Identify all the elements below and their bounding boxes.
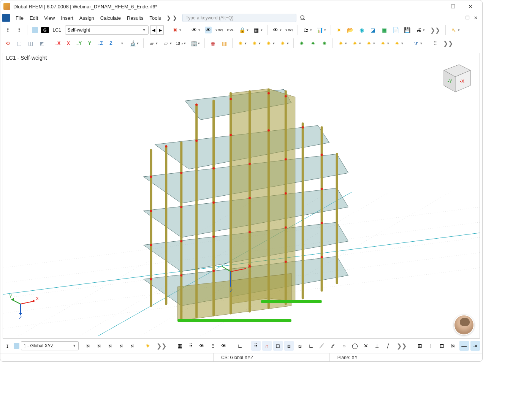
prev-loadcase-button[interactable]: ◀ <box>150 25 157 35</box>
menu-results[interactable]: Results <box>124 14 146 22</box>
guide-4[interactable]: ⎘ <box>448 341 458 351</box>
tool-cloud-1[interactable]: ◉ <box>357 25 367 35</box>
menu-calculate[interactable]: Calculate <box>97 14 124 22</box>
close-button[interactable]: ✕ <box>462 1 479 12</box>
tool-box-3[interactable]: ◩ <box>37 38 47 48</box>
load-star-1[interactable]: ✷▾ <box>236 38 248 48</box>
tool-lock[interactable]: 🔒▾ <box>238 25 250 35</box>
osnap-end[interactable]: □ <box>273 341 283 351</box>
guide-3[interactable]: ⊡ <box>437 341 447 351</box>
tool-microscope[interactable]: 🔬▾ <box>128 38 140 48</box>
load-star-3[interactable]: ✷▾ <box>264 38 276 48</box>
mdi-restore-button[interactable]: ❐ <box>464 15 471 21</box>
osnap-magnet[interactable]: ∩ <box>262 341 272 351</box>
osnap-8[interactable]: ⟂ <box>372 341 382 351</box>
tool-building[interactable]: 🏢▾ <box>189 38 201 48</box>
osnap-6[interactable]: ◯ <box>350 341 360 351</box>
tool-print[interactable]: 🖨▾ <box>414 25 426 35</box>
bt-2[interactable]: ⎘ <box>94 341 104 351</box>
tool-support-2[interactable]: ⟟ <box>14 25 24 35</box>
load-gen-2[interactable]: ✷▾ <box>350 38 363 48</box>
tool-filter[interactable]: ⧩▾ <box>411 38 424 48</box>
load-gen-4[interactable]: ✷▾ <box>378 38 391 48</box>
workplane-combo[interactable]: 1 - Global XYZ ▼ <box>21 341 79 350</box>
osnap-7[interactable]: ✕ <box>361 341 371 351</box>
snap-angle[interactable]: ∟ <box>235 341 245 351</box>
snap-1[interactable]: ▦ <box>175 341 185 351</box>
osnap-5[interactable]: ○ <box>339 341 349 351</box>
osnap-3[interactable]: ／ <box>317 341 327 351</box>
minimize-button[interactable]: — <box>427 1 444 12</box>
tool-block[interactable]: ▣ <box>380 25 390 35</box>
menu-file[interactable]: File <box>13 14 27 22</box>
loadcase-combo[interactable]: Self-weight ▼ <box>65 25 149 35</box>
search-icon[interactable] <box>299 14 307 22</box>
tool-scale[interactable]: 10↔▾ <box>175 38 187 48</box>
guide-6[interactable]: ⇥ <box>470 341 480 351</box>
axis-x-pos[interactable]: X <box>64 38 73 48</box>
tool-refresh[interactable]: ⟲ <box>3 38 13 48</box>
mdi-minimize-button[interactable]: – <box>456 15 462 21</box>
load-gen-5[interactable]: ✷▾ <box>392 38 405 48</box>
tool-new[interactable]: ✷ <box>334 25 344 35</box>
tool-script[interactable]: 📄 <box>391 25 401 35</box>
axis-y-pos[interactable]: Y <box>85 38 94 48</box>
tool-xxx-2[interactable]: x.xx↓ <box>226 25 236 35</box>
load-tree-3[interactable]: ✷ <box>320 38 329 48</box>
workplane-button[interactable]: ⟟ <box>3 341 12 351</box>
tool-bars[interactable]: ▥ <box>219 38 229 48</box>
snap-5[interactable]: 👁 <box>219 341 229 351</box>
axis-z-pos[interactable]: Z <box>106 38 116 48</box>
osnap-mid[interactable]: ⧈ <box>284 341 294 351</box>
menu-more[interactable]: ❯ ❯ <box>164 15 179 21</box>
tool-box-1[interactable]: ▢ <box>14 38 24 48</box>
snap-4[interactable]: ⟟ <box>208 341 218 351</box>
tool-cloud-2[interactable]: ◪ <box>368 25 378 35</box>
load-gen-3[interactable]: ✷▾ <box>364 38 377 48</box>
guide-2[interactable]: ⁞ <box>426 341 436 351</box>
load-star-4[interactable]: ✷▾ <box>278 38 290 48</box>
guide-5[interactable]: — <box>459 341 469 351</box>
osnap-9[interactable]: ⧸ <box>383 341 393 351</box>
bt-1[interactable]: ⎘ <box>83 341 93 351</box>
menu-insert[interactable]: Insert <box>58 14 76 22</box>
axis-x-neg[interactable]: ₋X <box>53 38 62 48</box>
menu-view[interactable]: View <box>41 14 58 22</box>
bottom-more[interactable]: ❯❯ <box>157 342 166 350</box>
tool-mesh[interactable]: ▦ <box>208 38 218 48</box>
osnap-2[interactable]: ∟ <box>306 341 316 351</box>
nav-cube[interactable]: -Y -X <box>436 57 474 95</box>
guide-1[interactable]: ⊞ <box>415 341 425 351</box>
osnap-4[interactable]: ⁄⁄ <box>328 341 338 351</box>
tool-open[interactable]: 📂 <box>345 25 355 35</box>
tool-eye-3[interactable]: 👁▾ <box>271 25 283 35</box>
toolbar2-more[interactable]: ❯❯ <box>443 40 453 47</box>
tool-cursor[interactable]: ⬁▾ <box>449 25 461 35</box>
color-swatch[interactable] <box>30 25 40 35</box>
bt-star[interactable]: ✷ <box>143 341 153 351</box>
bottom-more-2[interactable]: ❯❯ <box>397 342 407 350</box>
tool-grid-small[interactable]: ⠿ <box>430 38 440 48</box>
tool-eye-1[interactable]: 👁▾ <box>189 25 202 35</box>
bt-3[interactable]: ⎘ <box>105 341 115 351</box>
tool-support-1[interactable]: ⟟ <box>3 25 13 35</box>
mdi-close-button[interactable]: ✕ <box>472 15 479 21</box>
axis-more[interactable]: ▾ <box>117 38 126 48</box>
load-star-2[interactable]: ✷▾ <box>250 38 262 48</box>
menu-assign[interactable]: Assign <box>76 14 97 22</box>
tool-box-2[interactable]: ◫ <box>25 38 35 48</box>
tool-sections[interactable]: 🗂▾ <box>301 25 314 35</box>
bt-5[interactable]: ⎘ <box>127 341 137 351</box>
load-gen-1[interactable]: ✷▾ <box>336 38 348 48</box>
tool-save[interactable]: 💾 <box>402 25 412 35</box>
tool-delete-load[interactable]: ✖▾ <box>170 25 183 35</box>
bt-4[interactable]: ⎘ <box>116 341 126 351</box>
model-viewport[interactable]: LC1 - Self-weight <box>3 53 480 339</box>
user-avatar[interactable] <box>454 315 474 335</box>
axis-y-neg[interactable]: ₋Y <box>74 38 84 48</box>
load-tree-1[interactable]: ✷ <box>297 38 307 48</box>
maximize-button[interactable]: ☐ <box>444 1 462 12</box>
menu-tools[interactable]: Tools <box>146 14 164 22</box>
tool-xxx-1[interactable]: x.xx↓ <box>215 25 225 35</box>
toolbar-more[interactable]: ❯❯ <box>430 27 440 34</box>
